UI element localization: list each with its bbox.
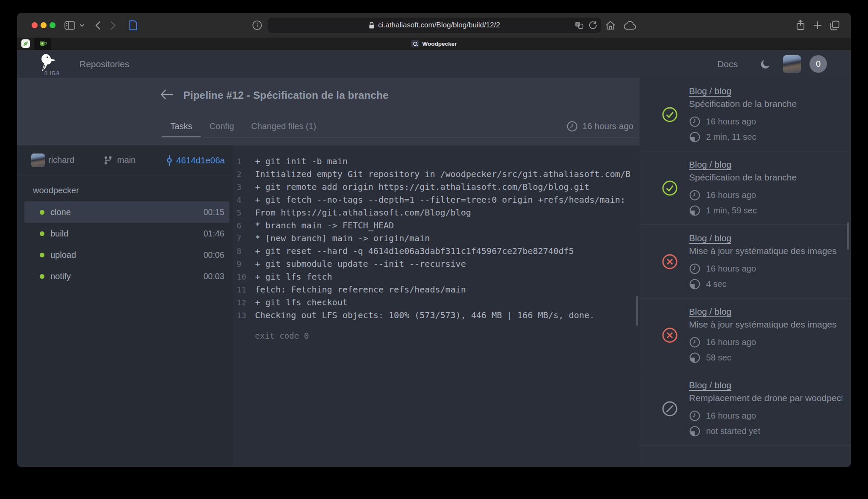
tab-overview-icon[interactable] [830, 21, 840, 30]
app-nav: 0.15.8 Repositories Docs 0 [17, 50, 851, 78]
commit-icon [166, 155, 173, 166]
clock-icon [689, 189, 701, 201]
time-row: 16 hours ago [689, 410, 842, 422]
commit-message: Spécification de la branche [689, 99, 842, 109]
tab-tasks[interactable]: Tasks [162, 116, 201, 137]
forward-button[interactable] [110, 21, 116, 30]
log-line: 2Initialized empty Git repository in /wo… [233, 168, 639, 180]
log-line: 9+ git submodule update --init --recursi… [233, 257, 639, 270]
commit-hash-link[interactable]: 4614d1e06a [176, 155, 225, 165]
url-text: ci.athaliasoft.com/Blog/blog/build/12/2 [378, 21, 500, 30]
user-avatar[interactable] [783, 55, 801, 73]
cloud-icon[interactable] [624, 21, 636, 30]
back-button[interactable] [95, 21, 101, 30]
step-group-label: woodpecker [33, 186, 233, 195]
failure-status-icon [662, 254, 678, 270]
feed-entry[interactable]: Blog / blog Spécification de la branche … [639, 151, 851, 225]
tab-title: Woodpecker [422, 41, 457, 47]
share-icon[interactable] [796, 20, 805, 31]
new-tab-icon[interactable] [813, 21, 822, 30]
repo-link[interactable]: Blog / blog [689, 233, 731, 243]
nav-docs-link[interactable]: Docs [717, 59, 738, 69]
commit-message: Spécification de la branche [689, 172, 842, 183]
author-avatar [31, 154, 45, 167]
feed-entry[interactable]: Blog / blog Spécification de la branche … [639, 78, 851, 151]
step-row-upload[interactable]: upload 00:06 [24, 244, 229, 266]
failure-status-icon [662, 327, 678, 343]
author-name: richard [48, 155, 74, 165]
duration-icon [689, 278, 701, 290]
feed-entry[interactable]: Blog / blog Remplacement de drone par wo… [639, 446, 851, 467]
log-line: 5From https://git.athaliasoft.com/Blog/b… [233, 206, 639, 219]
pipeline-title: Pipeline #12 - Spécification de la branc… [183, 89, 389, 101]
close-window-button[interactable] [32, 22, 38, 28]
translate-icon[interactable]: A [575, 21, 584, 29]
feed-entry[interactable]: Blog / blog Mise à jour systématique des… [639, 298, 851, 372]
pinned-tab-leaf[interactable] [17, 38, 34, 50]
duration-icon [689, 425, 701, 437]
tab-strip: Woodpecker [17, 38, 851, 50]
duration-row: 1 min, 59 sec [689, 205, 842, 216]
repo-link[interactable]: Blog / blog [689, 380, 731, 390]
clock-icon [689, 337, 701, 348]
brand[interactable]: 0.15.8 [38, 50, 64, 78]
minimize-window-button[interactable] [41, 22, 47, 28]
clock-icon [689, 116, 701, 127]
step-row-build[interactable]: build 01:46 [24, 223, 229, 244]
chevron-down-icon[interactable] [79, 24, 85, 27]
lock-icon [369, 21, 375, 29]
log-scrollbar-thumb[interactable] [636, 296, 638, 326]
clock-icon [689, 410, 701, 422]
sidebar-toggle-icon[interactable] [64, 21, 76, 30]
notification-badge[interactable]: 0 [809, 55, 827, 73]
pipeline-header: Pipeline #12 - Spécification de la branc… [17, 78, 639, 145]
step-status-dot [40, 274, 44, 279]
woodpecker-app: 0.15.8 Repositories Docs 0 [17, 50, 851, 467]
duration-icon [689, 205, 701, 216]
pipeline-time-ago: 16 hours ago [566, 121, 636, 132]
log-line: 3+ git remote add origin https://git.ath… [233, 180, 639, 193]
active-tab[interactable]: Woodpecker [411, 38, 457, 50]
commit-message: Mise à jour systématique des images [689, 319, 842, 330]
pipeline-feed: Blog / blog Spécification de la branche … [639, 78, 851, 467]
pipeline-tabs: Tasks Config Changed files (1) 16 hours … [160, 115, 636, 138]
back-arrow-icon[interactable] [160, 89, 174, 102]
log-panel: 1+ git init -b main 2Initialized empty G… [233, 145, 639, 467]
feed-entry[interactable]: Blog / blog Remplacement de drone par wo… [639, 372, 851, 446]
log-line: 7* [new branch] main -> origin/main [233, 232, 639, 245]
step-status-dot [40, 210, 44, 215]
log-line: 13Checking out LFS objects: 100% (573/57… [233, 309, 639, 322]
app-version: 0.15.8 [44, 71, 59, 77]
repo-link[interactable]: Blog / blog [689, 159, 731, 170]
teacup-favicon [39, 41, 47, 47]
tab-config[interactable]: Config [201, 116, 243, 137]
log-line: 8+ git reset --hard -q 4614d1e06a3dabf31… [233, 245, 639, 257]
pinned-tab-gitea[interactable] [34, 38, 51, 50]
leaf-favicon [21, 39, 30, 48]
feed-scrollbar-thumb[interactable] [847, 222, 849, 250]
step-row-notify[interactable]: notify 00:03 [24, 266, 229, 287]
nav-repositories-link[interactable]: Repositories [79, 59, 129, 69]
info-icon[interactable] [252, 20, 262, 30]
feed-entry[interactable]: Blog / blog Mise à jour systématique des… [639, 225, 851, 298]
reader-page-icon[interactable] [129, 20, 138, 31]
theme-toggle-moon-icon[interactable] [760, 59, 771, 70]
repo-link[interactable]: Blog / blog [689, 307, 731, 317]
traffic-lights [32, 22, 56, 28]
log-line: 11fetch: Fetching reference refs/heads/m… [233, 283, 639, 296]
tab-changed-files[interactable]: Changed files (1) [243, 116, 325, 137]
clock-icon [689, 263, 701, 275]
reload-icon[interactable] [589, 21, 597, 30]
log-line: 1+ git init -b main [233, 155, 639, 168]
address-bar[interactable]: ci.athaliasoft.com/Blog/blog/build/12/2 … [268, 18, 601, 33]
duration-row: 2 min, 11 sec [689, 131, 842, 143]
log-line: 6* branch main -> FETCH_HEAD [233, 219, 639, 232]
log-line: 10+ git lfs fetch [233, 270, 639, 283]
repo-link[interactable]: Blog / blog [689, 86, 731, 96]
time-row: 16 hours ago [689, 189, 842, 201]
step-row-clone[interactable]: clone 00:15 [24, 201, 229, 223]
home-icon[interactable] [605, 20, 616, 30]
step-status-dot [40, 231, 44, 236]
zoom-window-button[interactable] [50, 22, 56, 28]
time-row: 16 hours ago [689, 337, 842, 348]
